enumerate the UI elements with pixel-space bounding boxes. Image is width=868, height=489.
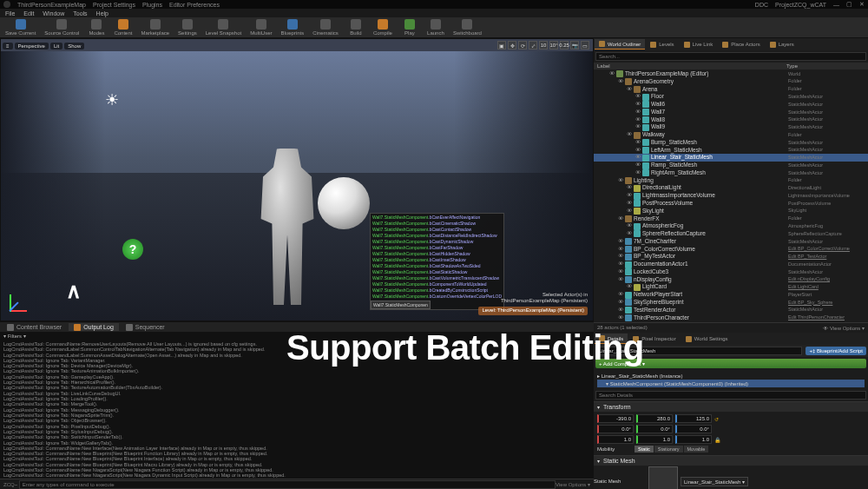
visibility-eye-icon[interactable]: 👁: [616, 177, 625, 185]
title-tab-0[interactable]: ThirdPersonExampleMap: [17, 2, 86, 8]
location-z[interactable]: [675, 414, 712, 423]
menu-help[interactable]: Help: [96, 10, 108, 17]
outliner-row[interactable]: 👁ThirdPersonCharacterEdit ThirdPersonCha…: [594, 314, 868, 322]
toolbar-multiuser[interactable]: MultiUser: [247, 18, 275, 36]
component-root[interactable]: ▸ Linear_Stair_StaticMesh (Instance): [597, 372, 865, 380]
popup-item[interactable]: Wall7.StaticMeshComponent.bCastVolumetri…: [371, 274, 503, 281]
popup-item[interactable]: Wall7.StaticMeshComponent.bComponentToWo…: [371, 281, 503, 287]
visibility-eye-icon[interactable]: 👁: [634, 109, 642, 116]
toolbar-play[interactable]: Play: [398, 18, 422, 36]
popup-item[interactable]: Wall7.StaticMeshComponent.bCastFarShadow: [371, 244, 503, 250]
outliner-row[interactable]: 👁Linear_Stair_StaticMeshStaticMeshActor: [594, 154, 868, 162]
outliner-row[interactable]: 👁BP_MyTestActorEdit BP_TestActor: [594, 253, 868, 261]
visibility-eye-icon[interactable]: 👁: [616, 261, 625, 268]
outliner-row[interactable]: 👁Wall8StaticMeshActor: [594, 116, 868, 124]
visibility-eye-icon[interactable]: 👁: [616, 238, 625, 246]
visibility-eye-icon[interactable]: 👁: [634, 147, 642, 155]
outliner-row[interactable]: 👁Ramp_StaticMeshStaticMeshActor: [594, 162, 868, 169]
outliner-row[interactable]: 👁NetworkPlayerStartPlayerStart: [594, 291, 868, 299]
section-transform[interactable]: Transform: [594, 402, 868, 412]
ddc-indicator[interactable]: DDC: [755, 2, 768, 8]
popup-item[interactable]: Wall7.StaticMeshComponent.bCastInsetShad…: [371, 256, 503, 262]
outliner-row[interactable]: 👁PostProcessVolumePostProcessVolume: [594, 200, 868, 208]
popup-item[interactable]: Wall7.StaticMeshComponent.bCastContactSh…: [371, 226, 503, 232]
visibility-eye-icon[interactable]: 👁: [625, 222, 634, 230]
outliner-row[interactable]: 👁ThirdPersonExampleMap (Editor)World: [594, 70, 868, 78]
window-min-icon[interactable]: —: [833, 2, 839, 8]
visibility-eye-icon[interactable]: 👁: [616, 215, 625, 223]
menu-file[interactable]: File: [5, 10, 15, 17]
help-gizmo-icon[interactable]: ?: [122, 239, 143, 260]
mobility-static[interactable]: Static: [635, 446, 654, 453]
toolbar-content[interactable]: Content: [110, 18, 135, 36]
menu-edit[interactable]: Edit: [23, 10, 34, 17]
visibility-eye-icon[interactable]: 👁: [625, 283, 634, 291]
outliner-row[interactable]: 👁Wall9StaticMeshActor: [594, 123, 868, 131]
component-staticmesh[interactable]: ▾ StaticMeshComponent (StaticMeshCompone…: [597, 380, 865, 387]
viewport-menu-icon[interactable]: ≡: [3, 43, 13, 50]
toolbar-blueprints[interactable]: Blueprints: [278, 18, 308, 36]
static-mesh-thumb[interactable]: [648, 466, 678, 489]
visibility-eye-icon[interactable]: 👁: [616, 291, 625, 299]
scale-z[interactable]: [675, 435, 712, 444]
blueprint-add-script-button[interactable]: +‡ Blueprint/Add Script: [806, 347, 866, 355]
visibility-eye-icon[interactable]: 👁: [625, 200, 634, 208]
outliner-row[interactable]: 👁LightmassImportanceVolumeLightmassImpor…: [594, 192, 868, 200]
toolbar-modes[interactable]: Modes: [84, 18, 108, 36]
visibility-eye-icon[interactable]: 👁: [634, 154, 642, 162]
tab-layers[interactable]: Layers: [766, 39, 799, 50]
popup-item[interactable]: Wall7.StaticMeshComponent.bCastHiddenSha…: [371, 250, 503, 256]
visibility-eye-icon[interactable]: 👁: [634, 101, 642, 109]
scale-x[interactable]: [597, 435, 634, 444]
tab-world-outliner[interactable]: World Outliner: [595, 39, 645, 50]
tab-sequencer[interactable]: Sequencer: [121, 323, 170, 331]
tab-live-link[interactable]: Live Link: [680, 39, 718, 50]
mobility-stationary[interactable]: Stationary: [654, 446, 683, 453]
title-tab-2[interactable]: Plugins: [142, 2, 162, 8]
outliner-row[interactable]: 👁SphereReflectionCaptureSphereReflection…: [594, 230, 868, 238]
popup-item[interactable]: Wall7.StaticMeshComponent.bCastDistanceF…: [371, 232, 503, 238]
visibility-eye-icon[interactable]: 👁: [616, 314, 625, 322]
outliner-row[interactable]: 👁ArenaGeometryFolder: [594, 78, 868, 86]
outliner-row[interactable]: 👁WalkwayFolder: [594, 131, 868, 139]
outliner-row[interactable]: 👁DirectionalLightDirectionalLight: [594, 184, 868, 192]
popup-item[interactable]: Wall7.StaticMeshComponent.bCanEverAffect…: [371, 214, 503, 220]
visibility-eye-icon[interactable]: 👁: [616, 78, 625, 86]
popup-item[interactable]: Wall7.StaticMeshComponent.bCastDynamicSh…: [371, 238, 503, 244]
popup-search-input[interactable]: [371, 301, 431, 309]
visibility-eye-icon[interactable]: 👁: [616, 276, 625, 284]
outliner-row[interactable]: 👁LightingFolder: [594, 177, 868, 185]
tab-details[interactable]: Details: [595, 334, 628, 344]
outliner-row[interactable]: 👁ArenaFolder: [594, 86, 868, 94]
level-viewport[interactable]: ≡ Perspective Lit Show ▣ ✥ ⟳ ⤢ 10 10° 0.…: [0, 38, 594, 321]
tab-pixel-inspector[interactable]: Pixel Inspector: [628, 334, 680, 344]
toolbar-launch[interactable]: Launch: [424, 18, 448, 36]
popup-item[interactable]: Wall7.StaticMeshComponent.bCastShadowAsT…: [371, 262, 503, 268]
visibility-eye-icon[interactable]: 👁: [625, 230, 634, 238]
window-close-icon[interactable]: ✕: [859, 1, 865, 8]
outliner-col-type[interactable]: Type: [786, 63, 865, 69]
window-max-icon[interactable]: ▢: [846, 1, 852, 8]
section-static-mesh[interactable]: Static Mesh: [594, 456, 868, 466]
title-tab-3[interactable]: Editor Preferences: [169, 2, 220, 8]
visibility-eye-icon[interactable]: 👁: [634, 123, 642, 131]
popup-item[interactable]: Wall7.StaticMeshComponent.bCastStaticSha…: [371, 268, 503, 274]
outliner-row[interactable]: 👁TestRenderActorStaticMeshActor: [594, 307, 868, 314]
tab-place-actors[interactable]: Place Actors: [718, 39, 764, 50]
visibility-eye-icon[interactable]: 👁: [616, 299, 625, 307]
outliner-row[interactable]: 👁RightArm_StaticMeshStaticMeshActor: [594, 169, 868, 177]
log-filters[interactable]: ▾ Filters ▾: [3, 334, 590, 340]
toolbar-cinematics[interactable]: Cinematics: [309, 18, 342, 36]
location-y[interactable]: [636, 414, 673, 423]
visibility-eye-icon[interactable]: 👁: [625, 208, 634, 215]
toolbar-compile[interactable]: Compile: [370, 18, 396, 36]
rotation-x[interactable]: [597, 425, 634, 433]
outliner-row[interactable]: 👁AtmosphericFogAtmosphericFog: [594, 222, 868, 230]
visibility-eye-icon[interactable]: 👁: [625, 86, 634, 94]
output-log[interactable]: ▾ Filters ▾ LogCmdAssistTool: CommandNam…: [0, 332, 594, 479]
visibility-eye-icon[interactable]: 👁: [616, 268, 625, 276]
title-tab-1[interactable]: Project Settings: [93, 2, 135, 8]
outliner-row[interactable]: 👁Wall7StaticMeshActor: [594, 109, 868, 116]
details-search[interactable]: [595, 391, 866, 400]
rotation-z[interactable]: [675, 425, 712, 433]
